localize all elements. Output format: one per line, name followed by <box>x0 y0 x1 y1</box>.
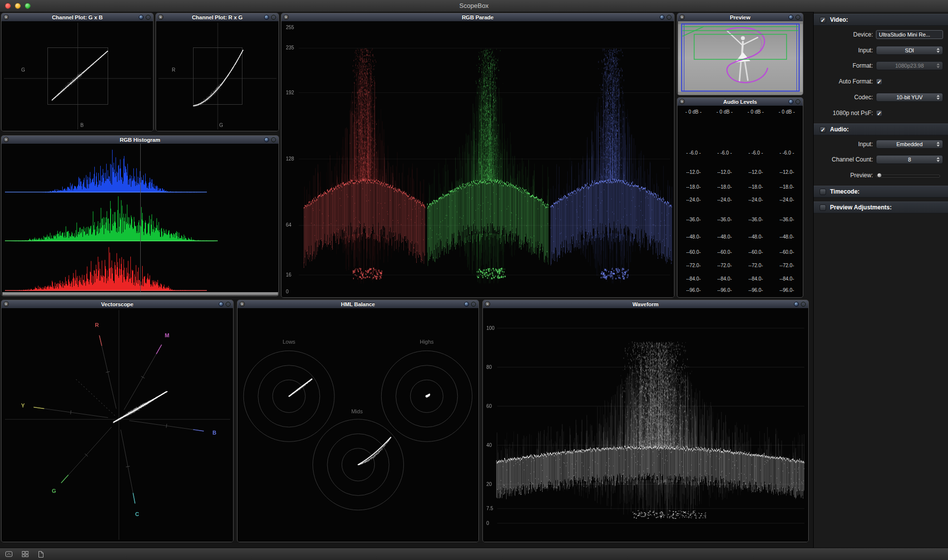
audio-db-label: - -6.0 - <box>749 150 763 155</box>
panel-blue-button[interactable] <box>789 99 793 104</box>
audio-db-label: --72.0- <box>717 263 732 268</box>
panel-green-button[interactable] <box>271 137 276 142</box>
stepper-arrows-icon <box>937 63 941 68</box>
psf-checkbox[interactable]: ✓ <box>876 110 882 117</box>
close-icon[interactable]: × <box>3 137 9 142</box>
audio-preview-slider[interactable] <box>876 172 940 178</box>
audio-section-label: Audio: <box>830 126 849 133</box>
panel-titlebar[interactable]: × Audio Levels <box>677 98 803 106</box>
panel-green-button[interactable] <box>801 302 806 307</box>
channel-count-popup[interactable]: 8 <box>876 155 943 164</box>
panel-blue-button[interactable] <box>264 15 269 20</box>
panel-title: Channel Plot: G x B <box>1 13 153 21</box>
audio-db-label: --24.0- <box>780 197 794 202</box>
window-titlebar[interactable]: ScopeBox <box>0 0 948 12</box>
auto-format-checkbox[interactable]: ✓ <box>876 79 882 85</box>
audio-db-label: --36.0- <box>780 217 794 222</box>
slider-knob[interactable] <box>877 173 882 178</box>
device-value: UltraStudio Mini Re... <box>879 32 930 38</box>
video-checkbox[interactable]: ✓ <box>820 17 826 23</box>
timecode-checkbox[interactable] <box>820 189 826 195</box>
close-icon[interactable]: × <box>679 14 685 20</box>
audio-db-label: --84.0- <box>749 276 763 281</box>
status-bar <box>0 548 948 560</box>
audio-db-label: --24.0- <box>717 197 732 202</box>
panel-blue-button[interactable] <box>794 302 799 307</box>
audio-db-label: --60.0- <box>749 249 763 255</box>
minimize-window-button[interactable] <box>15 3 21 9</box>
panel-titlebar[interactable]: × HML Balance <box>237 300 478 309</box>
codec-popup[interactable]: 10-bit YUV <box>876 93 943 102</box>
timecode-section-label: Timecode: <box>830 188 860 195</box>
close-icon[interactable]: × <box>283 14 289 20</box>
panel-green-button[interactable] <box>667 15 672 20</box>
stepper-arrows-icon <box>937 142 941 147</box>
panel-blue-button[interactable] <box>789 15 793 20</box>
rgb-histogram-scope <box>2 144 278 296</box>
codec-label: Codec: <box>814 94 873 101</box>
panel-green-button[interactable] <box>795 99 800 104</box>
preview-video-thumbnail <box>678 21 803 95</box>
panel-titlebar[interactable]: × Channel Plot: R x G <box>156 13 278 22</box>
close-icon[interactable]: × <box>239 301 245 307</box>
panel-green-button[interactable] <box>271 15 276 20</box>
device-label: Device: <box>814 31 873 38</box>
video-input-popup[interactable]: SDI <box>876 46 943 55</box>
close-icon[interactable]: × <box>158 14 163 20</box>
video-section-label: Video: <box>830 16 848 23</box>
panel-green-button[interactable] <box>795 15 800 20</box>
codec-value: 10-bit YUV <box>897 94 923 100</box>
audio-db-label: - -6.0 - <box>717 150 732 155</box>
grid-layout-icon[interactable] <box>22 551 29 560</box>
close-icon[interactable]: × <box>485 301 490 307</box>
preview-adjustments-section-header: Preview Adjustments: <box>814 201 948 213</box>
preview-adjustments-checkbox[interactable] <box>820 204 826 211</box>
panel-titlebar[interactable]: × Channel Plot: G x B <box>1 13 153 22</box>
panel-green-button[interactable] <box>146 15 151 20</box>
psf-row: 1080p not PsF: ✓ <box>814 108 948 118</box>
audio-db-label: --96.0- <box>717 287 732 293</box>
panel-green-button[interactable] <box>471 302 476 307</box>
channel-count-value: 8 <box>908 157 911 162</box>
audio-db-label: --18.0- <box>717 184 732 190</box>
channel-count-label: Channel Count: <box>814 156 873 163</box>
audio-db-label: --84.0- <box>780 276 794 281</box>
close-icon[interactable]: × <box>679 99 685 104</box>
zoom-window-button[interactable] <box>25 3 31 9</box>
audio-checkbox[interactable]: ✓ <box>820 126 826 133</box>
panel-blue-button[interactable] <box>464 302 469 307</box>
drawer-toggle-icon[interactable] <box>5 551 13 560</box>
panel-blue-button[interactable] <box>660 15 665 20</box>
close-window-button[interactable] <box>5 3 11 9</box>
panel-blue-button[interactable] <box>264 137 269 142</box>
panel-channel-plot-rg: × Channel Plot: R x G <box>156 13 279 131</box>
audio-section-header: ✓ Audio: <box>814 123 948 135</box>
close-icon[interactable]: × <box>3 14 9 20</box>
panel-waveform: × Waveform <box>482 300 809 542</box>
audio-db-label: --12.0- <box>749 169 763 174</box>
channel-plot-gb-scope <box>2 21 153 131</box>
panel-title: Vectorscope <box>1 300 233 308</box>
audio-input-popup[interactable]: Embedded <box>876 140 943 149</box>
panel-titlebar[interactable]: × RGB Histogram <box>1 136 278 144</box>
panel-blue-button[interactable] <box>139 15 144 20</box>
audio-db-label: --96.0- <box>780 287 794 293</box>
audio-db-label: --12.0- <box>780 169 794 174</box>
document-icon[interactable] <box>38 551 44 560</box>
panel-green-button[interactable] <box>226 302 231 307</box>
audio-db-label: - -6.0 - <box>780 150 794 155</box>
device-field[interactable]: UltraStudio Mini Re... <box>876 30 943 39</box>
panel-titlebar[interactable]: × Vectorscope <box>1 300 233 309</box>
codec-row: Codec: 10-bit YUV <box>814 92 948 102</box>
close-icon[interactable]: × <box>3 301 9 307</box>
window-title: ScopeBox <box>0 0 948 12</box>
panel-hml-balance: × HML Balance <box>237 300 479 542</box>
panel-titlebar[interactable]: × Preview <box>677 13 803 22</box>
audio-db-label: --36.0- <box>686 217 701 222</box>
audio-db-label: --60.0- <box>780 249 794 255</box>
panel-blue-button[interactable] <box>219 302 224 307</box>
stepper-arrows-icon <box>937 157 941 162</box>
panel-titlebar[interactable]: × RGB Parade <box>281 13 674 22</box>
panel-title: Audio Levels <box>677 98 803 106</box>
panel-titlebar[interactable]: × Waveform <box>483 300 808 309</box>
